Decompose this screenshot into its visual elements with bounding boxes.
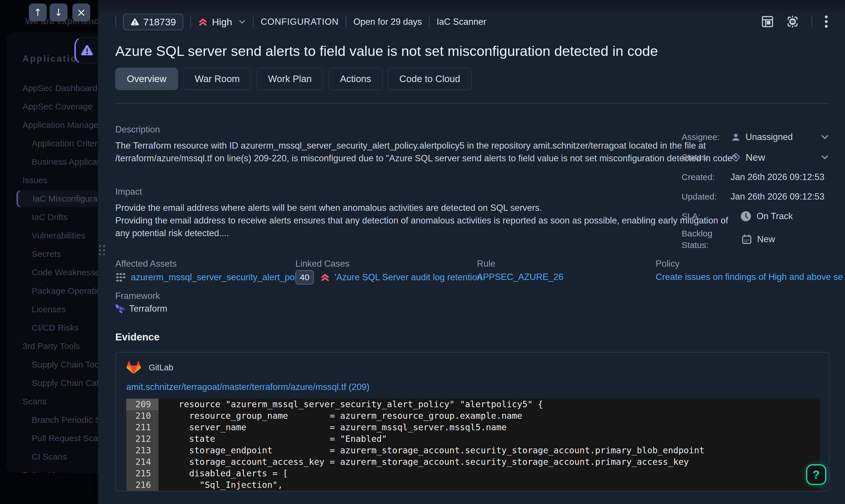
sidebar-item[interactable]: Application Management [6, 116, 98, 134]
linked-cases-label: Linked Cases [295, 259, 350, 269]
severity-high-icon [320, 272, 330, 282]
code-line: 214 storage_account_access_key = azurerm… [126, 456, 820, 468]
next-issue-button[interactable]: ↓ [50, 3, 67, 21]
tab[interactable]: Code to Cloud [388, 68, 472, 90]
warning-triangle-icon [81, 44, 93, 56]
status-row: Status: New [682, 150, 829, 165]
sidebar-item[interactable]: Branch Periodic Scans [6, 411, 98, 429]
finding-category: CONFIGURATION [261, 17, 339, 27]
down-arrow-icon: ↓ [54, 7, 63, 18]
linked-case-link[interactable]: 'Azure SQL Server audit log retention [335, 272, 482, 283]
issue-id: 718739 [143, 16, 176, 28]
tab[interactable]: Overview [115, 68, 178, 90]
sidebar-item[interactable]: IaC Drifts [6, 208, 98, 227]
open-duration: Open for 29 days [353, 17, 422, 27]
affected-asset-link[interactable]: azurerm_mssql_server_security_alert_poli… [131, 272, 307, 283]
issue-title: Azure SQL server send alerts to field va… [115, 43, 658, 59]
sidebar-item[interactable]: Pull Request Scans [6, 429, 98, 448]
separator [253, 16, 253, 28]
sidebar-item[interactable]: Scans [6, 392, 98, 411]
layout-panel-icon[interactable] [761, 15, 774, 28]
issues-drawer-tab[interactable] [74, 37, 98, 64]
sla-value: On Track [757, 211, 793, 221]
status-value[interactable]: New [730, 152, 765, 163]
policy-link[interactable]: Create issues on findings of High and ab… [656, 272, 843, 282]
status-diamond-icon [730, 152, 741, 162]
separator [115, 16, 116, 28]
provider-name: GitLab [149, 363, 173, 372]
evidence-file-link[interactable]: amit.schnitzer/terragoat/master/terrafor… [126, 382, 369, 392]
policy-label: Policy [656, 259, 680, 269]
sidebar-item-label: Secrets [32, 245, 61, 263]
scan-focus-icon[interactable] [786, 15, 799, 28]
sidebar-item[interactable]: Vulnerabilities [6, 227, 98, 245]
chevron-down-icon[interactable] [821, 153, 829, 162]
sidebar-item[interactable]: Licenses [6, 300, 98, 319]
evidence-card: GitLab amit.schnitzer/terragoat/master/t… [115, 352, 829, 491]
tab[interactable]: Actions [329, 68, 383, 90]
sidebar-item[interactable]: AppSec Coverage [6, 97, 98, 116]
code-line-text: storage_endpoint = azurerm_storage_accou… [159, 445, 704, 456]
impact-paragraph-2: Providing the email address to receive a… [115, 214, 743, 240]
rule-link[interactable]: APPSEC_AZURE_26 [477, 272, 563, 282]
chevron-down-icon [238, 18, 246, 25]
code-line: 213 storage_endpoint = azurerm_storage_a… [126, 445, 820, 456]
chevron-down-icon[interactable] [821, 133, 829, 141]
sidebar-item[interactable]: Application Criteria [6, 134, 98, 152]
created-row: Created: Jan 26th 2026 09:12:53 [682, 170, 829, 184]
sidebar-item[interactable]: Supply Chain Catalog [6, 374, 98, 392]
sidebar-item[interactable]: 3rd Party Tools [6, 337, 98, 355]
sidebar-item[interactable]: CI/CD Risks [6, 319, 98, 337]
sidebar-item-label: Policy Management [22, 466, 98, 473]
sidebar-item[interactable]: Issues [6, 171, 98, 190]
sidebar-item-label: Supply Chain Catalog [32, 374, 98, 392]
sidebar-item[interactable]: AppSec Dashboard [6, 79, 98, 97]
code-line-number: 210 [126, 410, 159, 421]
tab[interactable]: Work Plan [257, 68, 323, 90]
severity-high-icon [198, 17, 208, 27]
sidebar-item-label: Supply Chain Tools [32, 355, 98, 374]
help-button[interactable]: ? [806, 464, 826, 485]
sidebar-item[interactable]: IaC Misconfiguration [16, 191, 98, 207]
asset-grid-icon [115, 272, 126, 283]
framework-value-wrap: Terraform [115, 304, 168, 314]
separator [429, 16, 430, 28]
kebab-menu-icon[interactable] [824, 15, 828, 28]
prev-issue-button[interactable]: ↑ [29, 3, 47, 21]
sidebar-item-label: Application Criteria [32, 134, 98, 152]
sidebar-item-label: 3rd Party Tools [22, 337, 80, 355]
sidebar-item[interactable]: Business Applications [6, 152, 98, 171]
tab[interactable]: War Room [183, 68, 251, 90]
issue-id-badge[interactable]: 718739 [123, 14, 183, 30]
sidebar-item-label: Vulnerabilities [32, 227, 85, 245]
severity-dropdown[interactable]: High [198, 16, 246, 28]
updated-value: Jan 26th 2026 09:12:53 [730, 192, 825, 202]
sidebar-item[interactable]: Secrets [6, 245, 98, 263]
framework-label: Framework [115, 291, 160, 301]
affected-assets-label: Affected Assets [115, 259, 177, 269]
sidebar-item-label: Code Weaknesses [32, 263, 98, 282]
assignee-value[interactable]: Unassigned [730, 132, 793, 142]
sidebar-item-label: AppSec Dashboard [22, 79, 98, 97]
tab-label: Actions [340, 73, 371, 84]
person-icon [730, 132, 741, 142]
impact-paragraph-1: Provide the email address where alerts w… [115, 202, 743, 214]
sidebar-item-label: CI/CD Risks [32, 319, 79, 337]
sidebar-nav: AppSec Dashboard AppSec Coverage Applica… [6, 79, 98, 473]
gitlab-icon [126, 361, 141, 374]
affected-asset[interactable]: azurerm_mssql_server_security_alert_poli… [115, 272, 307, 283]
sidebar-item[interactable]: Code Weaknesses [6, 263, 98, 282]
separator [346, 16, 347, 28]
sidebar-item[interactable]: Policy Management [6, 466, 98, 473]
sidebar-item-label: Application Management [22, 116, 98, 134]
code-block[interactable]: 209 resource "azurerm_mssql_server_secur… [126, 399, 820, 491]
panel-resize-handle[interactable] [99, 245, 105, 255]
sidebar-item[interactable]: Package Operational [6, 282, 98, 300]
close-drawer-button[interactable]: × [72, 3, 90, 21]
linked-cases-count-badge[interactable]: 40 [295, 270, 314, 285]
sidebar-item[interactable]: Supply Chain Tools [6, 355, 98, 374]
code-line: 210 resource_group_name = azurerm_resour… [126, 410, 820, 421]
sidebar-item[interactable]: CI Scans [6, 448, 98, 466]
code-line-number: 212 [126, 433, 159, 445]
code-line-text: resource "azurerm_mssql_server_security_… [159, 399, 543, 410]
